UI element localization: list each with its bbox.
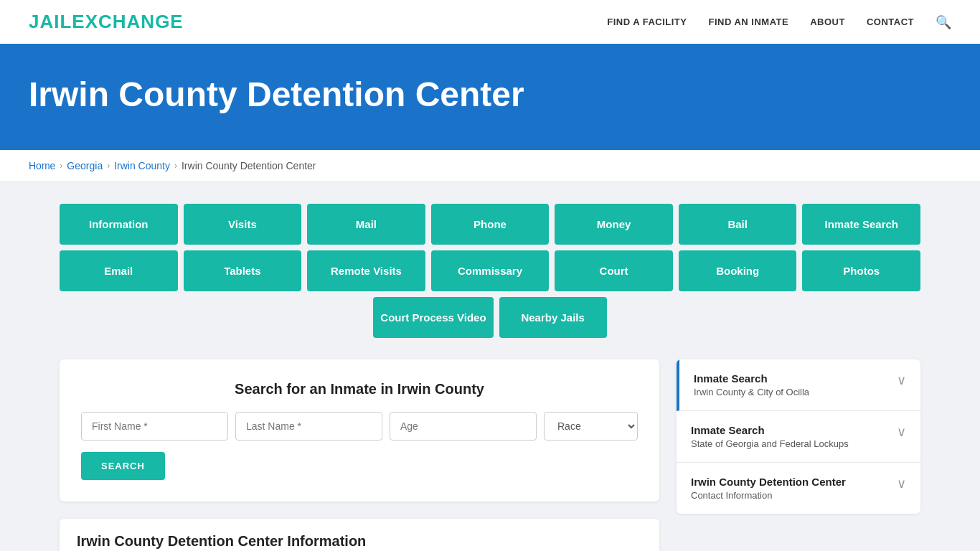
btn-phone[interactable]: Phone xyxy=(431,204,550,245)
btn-court[interactable]: Court xyxy=(555,250,673,291)
sidebar-item-contact-info[interactable]: Irwin County Detention Center Contact In… xyxy=(677,463,920,514)
chevron-down-icon-1: ∨ xyxy=(897,372,906,388)
btn-information[interactable]: Information xyxy=(60,204,178,245)
btn-booking[interactable]: Booking xyxy=(679,250,797,291)
nav-find-inmate[interactable]: FIND AN INMATE xyxy=(708,17,788,27)
search-submit-button[interactable]: SEARCH xyxy=(81,452,165,480)
breadcrumb: Home › Georgia › Irwin County › Irwin Co… xyxy=(0,150,980,182)
sidebar-item-text-1: Inmate Search Irwin County & City of Oci… xyxy=(694,372,809,397)
btn-row-1: Information Visits Mail Phone Money Bail… xyxy=(60,204,920,245)
btn-commissary[interactable]: Commissary xyxy=(431,250,550,291)
btn-money[interactable]: Money xyxy=(555,204,673,245)
btn-photos[interactable]: Photos xyxy=(802,250,920,291)
logo[interactable]: JAILEXCHANGE xyxy=(29,11,184,33)
sidebar-item-inmate-search-local[interactable]: Inmate Search Irwin County & City of Oci… xyxy=(677,359,920,411)
search-icon-button[interactable]: 🔍 xyxy=(936,14,951,30)
btn-remote-visits[interactable]: Remote Visits xyxy=(307,250,425,291)
header: JAILEXCHANGE FIND A FACILITY FIND AN INM… xyxy=(0,0,980,46)
breadcrumb-current: Irwin County Detention Center xyxy=(182,160,316,171)
btn-court-process-video[interactable]: Court Process Video xyxy=(373,297,493,338)
btn-nearby-jails[interactable]: Nearby Jails xyxy=(499,297,607,338)
breadcrumb-home[interactable]: Home xyxy=(29,160,55,171)
sidebar-item-text-2: Inmate Search State of Georgia and Feder… xyxy=(691,424,849,449)
sidebar-item-title-3: Irwin County Detention Center xyxy=(691,476,846,488)
btn-email[interactable]: Email xyxy=(60,250,178,291)
main-nav: FIND A FACILITY FIND AN INMATE ABOUT CON… xyxy=(607,14,951,30)
btn-row-3: Court Process Video Nearby Jails xyxy=(60,297,920,338)
btn-mail[interactable]: Mail xyxy=(307,204,425,245)
main-wrapper: Information Visits Mail Phone Money Bail… xyxy=(31,182,949,551)
btn-tablets[interactable]: Tablets xyxy=(184,250,302,291)
first-name-input[interactable] xyxy=(81,412,228,441)
breadcrumb-sep-2: › xyxy=(107,161,110,171)
logo-part1: JAIL xyxy=(29,11,72,32)
search-form-title: Search for an Inmate in Irwin County xyxy=(81,381,638,397)
category-button-grid: Information Visits Mail Phone Money Bail… xyxy=(60,204,920,338)
logo-part2: EXCHANGE xyxy=(72,11,183,32)
race-select[interactable]: Race White Black Hispanic Asian Other xyxy=(544,412,638,441)
age-input[interactable] xyxy=(390,412,537,441)
breadcrumb-irwin-county[interactable]: Irwin County xyxy=(114,160,170,171)
btn-bail[interactable]: Bail xyxy=(679,204,797,245)
breadcrumb-sep-3: › xyxy=(174,161,177,171)
hero-section: Irwin County Detention Center xyxy=(0,46,980,150)
sidebar-item-title-2: Inmate Search xyxy=(691,424,849,436)
page-title: Irwin County Detention Center xyxy=(29,75,951,114)
sidebar-item-subtitle-3: Contact Information xyxy=(691,490,846,501)
breadcrumb-georgia[interactable]: Georgia xyxy=(67,160,103,171)
sidebar-item-subtitle-2: State of Georgia and Federal Lockups xyxy=(691,438,849,449)
btn-inmate-search[interactable]: Inmate Search xyxy=(802,204,920,245)
btn-visits[interactable]: Visits xyxy=(184,204,302,245)
left-column: Search for an Inmate in Irwin County Rac… xyxy=(60,359,659,551)
nav-find-facility[interactable]: FIND A FACILITY xyxy=(607,17,687,27)
facility-info-heading: Irwin County Detention Center Informatio… xyxy=(77,533,642,550)
sidebar-card: Inmate Search Irwin County & City of Oci… xyxy=(677,359,920,514)
nav-about[interactable]: ABOUT xyxy=(810,17,845,27)
sidebar-item-text-3: Irwin County Detention Center Contact In… xyxy=(691,476,846,501)
chevron-down-icon-3: ∨ xyxy=(897,476,906,491)
breadcrumb-sep-1: › xyxy=(60,161,62,171)
right-sidebar: Inmate Search Irwin County & City of Oci… xyxy=(677,359,920,514)
content-columns: Search for an Inmate in Irwin County Rac… xyxy=(60,359,920,551)
nav-contact[interactable]: CONTACT xyxy=(867,17,914,27)
chevron-down-icon-2: ∨ xyxy=(897,424,906,440)
sidebar-item-title-1: Inmate Search xyxy=(694,372,809,385)
search-name-row: Race White Black Hispanic Asian Other xyxy=(81,412,638,441)
btn-row-2: Email Tablets Remote Visits Commissary C… xyxy=(60,250,920,291)
sidebar-item-inmate-search-state[interactable]: Inmate Search State of Georgia and Feder… xyxy=(677,411,920,463)
search-icon: 🔍 xyxy=(936,15,951,29)
sidebar-item-subtitle-1: Irwin County & City of Ocilla xyxy=(694,387,809,397)
last-name-input[interactable] xyxy=(235,412,382,441)
inmate-search-form: Search for an Inmate in Irwin County Rac… xyxy=(60,359,659,501)
facility-info-section: Irwin County Detention Center Informatio… xyxy=(60,519,659,551)
